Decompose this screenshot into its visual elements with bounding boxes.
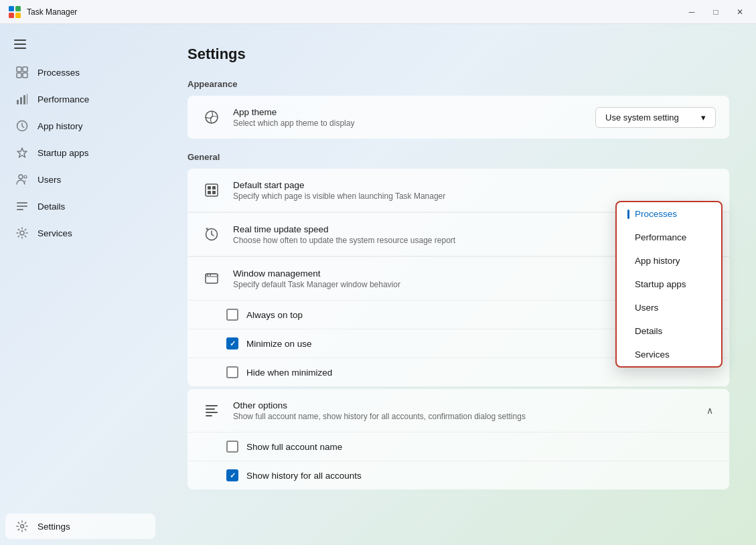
other-options-left: Other options Show full account name, sh…: [201, 400, 526, 421]
sidebar-label-services: Services: [37, 228, 72, 238]
popup-label-details: Details: [635, 326, 662, 336]
page-title: Settings: [187, 46, 729, 63]
svg-rect-36: [206, 412, 218, 413]
app-theme-control: Use system setting ▾: [595, 107, 716, 128]
chevron-down-icon: ▾: [701, 112, 706, 123]
window-management-icon: [201, 268, 222, 289]
svg-rect-8: [23, 67, 27, 72]
app-theme-dropdown[interactable]: Use system setting ▾: [595, 107, 716, 128]
appearance-card: App theme Select which app theme to disp…: [187, 96, 729, 139]
svg-rect-18: [17, 202, 27, 204]
app-theme-dropdown-value: Use system setting: [605, 112, 679, 123]
svg-rect-37: [206, 415, 212, 416]
popup-item-services[interactable]: Services: [617, 343, 721, 366]
default-start-page-subtitle: Specify which page is visible when launc…: [233, 191, 705, 201]
other-options-row: Other options Show full account name, sh…: [187, 389, 729, 433]
sidebar-item-details[interactable]: Details: [5, 193, 155, 219]
services-icon: [16, 227, 28, 239]
show-full-account-name-checkbox[interactable]: [226, 441, 238, 453]
show-full-account-name-row: Show full account name: [187, 433, 729, 461]
minimize-button[interactable]: ─: [681, 3, 702, 21]
close-button[interactable]: ✕: [729, 3, 751, 21]
window-management-left: Window management Specify default Task M…: [201, 268, 400, 289]
minimize-on-use-checkbox[interactable]: [226, 337, 238, 349]
sidebar-label-details: Details: [37, 202, 65, 212]
app-theme-row: App theme Select which app theme to disp…: [187, 96, 729, 139]
hide-when-minimized-checkbox-wrap[interactable]: Hide when minimized: [226, 366, 332, 378]
popup-item-processes[interactable]: Processes: [617, 202, 721, 226]
popup-label-services: Services: [635, 349, 670, 360]
svg-rect-25: [208, 186, 211, 189]
svg-rect-13: [23, 95, 25, 104]
sidebar-label-settings: Settings: [37, 522, 70, 532]
show-full-account-name-wrap[interactable]: Show full account name: [226, 441, 342, 453]
main-content: Settings Appearance App theme Select whi…: [161, 24, 756, 545]
svg-point-32: [207, 275, 208, 276]
app-theme-subtitle: Select which app theme to display: [233, 119, 585, 128]
processes-icon: [16, 66, 28, 78]
svg-rect-19: [17, 206, 27, 207]
other-options-card: Other options Show full account name, sh…: [187, 389, 729, 489]
svg-rect-11: [17, 100, 19, 104]
sidebar-item-users[interactable]: Users: [5, 167, 155, 192]
other-options-collapse-button[interactable]: ∧: [704, 402, 716, 418]
popup-spacer-5: [627, 327, 629, 336]
popup-label-users: Users: [635, 303, 658, 313]
hide-when-minimized-label: Hide when minimized: [246, 368, 332, 378]
other-options-subtitle: Show full account name, show history for…: [233, 412, 526, 421]
sidebar-item-app-history[interactable]: App history: [5, 113, 155, 139]
appearance-heading: Appearance: [187, 79, 729, 89]
sidebar-item-startup-apps[interactable]: Startup apps: [5, 140, 155, 165]
app-theme-title: App theme: [233, 107, 585, 117]
svg-rect-34: [206, 405, 218, 406]
svg-rect-1: [15, 6, 21, 11]
other-options-title: Other options: [233, 400, 526, 410]
titlebar: Task Manager ─ □ ✕: [0, 0, 756, 24]
default-start-page-dropdown-popup[interactable]: Processes Performance App history S: [615, 201, 723, 368]
popup-item-users[interactable]: Users: [617, 296, 721, 319]
popup-label-performance: Performance: [635, 232, 686, 242]
popup-item-startup-apps[interactable]: Startup apps: [617, 272, 721, 296]
popup-spacer-4: [627, 303, 629, 313]
maximize-button[interactable]: □: [705, 3, 727, 21]
sidebar-label-users: Users: [37, 175, 61, 185]
sidebar-item-performance[interactable]: Performance: [5, 86, 155, 112]
settings-icon: [16, 520, 28, 532]
svg-rect-12: [20, 97, 22, 104]
show-history-all-accounts-wrap[interactable]: Show history for all accounts: [226, 469, 362, 481]
general-heading: General: [187, 152, 729, 162]
svg-point-17: [24, 175, 27, 178]
svg-rect-26: [208, 191, 211, 194]
svg-rect-7: [17, 67, 21, 72]
popup-item-details[interactable]: Details: [617, 319, 721, 343]
default-start-page-title: Default start page: [233, 180, 705, 190]
hamburger-menu-button[interactable]: [5, 32, 35, 56]
sidebar-item-settings[interactable]: Settings: [5, 514, 155, 539]
svg-rect-24: [206, 184, 218, 196]
svg-rect-14: [27, 94, 27, 104]
sidebar-label-startup-apps: Startup apps: [37, 148, 89, 158]
popup-item-performance[interactable]: Performance: [617, 226, 721, 249]
show-history-all-accounts-checkbox[interactable]: [226, 469, 238, 481]
minimize-on-use-checkbox-wrap[interactable]: Minimize on use: [226, 337, 312, 349]
task-manager-icon: [8, 5, 21, 19]
svg-rect-2: [9, 13, 14, 18]
sidebar-item-services[interactable]: Services: [5, 220, 155, 246]
svg-point-21: [20, 231, 24, 235]
svg-rect-6: [14, 48, 26, 49]
always-on-top-checkbox-wrap[interactable]: Always on top: [226, 309, 303, 321]
popup-spacer-6: [627, 350, 629, 360]
always-on-top-checkbox[interactable]: [226, 309, 238, 321]
sidebar-label-processes: Processes: [37, 68, 80, 78]
svg-rect-28: [212, 191, 216, 194]
window-management-title: Window management: [233, 268, 400, 279]
hide-when-minimized-checkbox[interactable]: [226, 366, 238, 378]
other-options-icon: [201, 400, 222, 421]
sidebar-item-processes[interactable]: Processes: [5, 60, 155, 85]
performance-icon: [16, 93, 28, 105]
popup-label-startup-apps: Startup apps: [635, 279, 686, 289]
svg-point-33: [210, 275, 211, 276]
svg-point-22: [21, 525, 24, 528]
popup-item-app-history[interactable]: App history: [617, 249, 721, 272]
sidebar-label-app-history: App history: [37, 121, 83, 131]
